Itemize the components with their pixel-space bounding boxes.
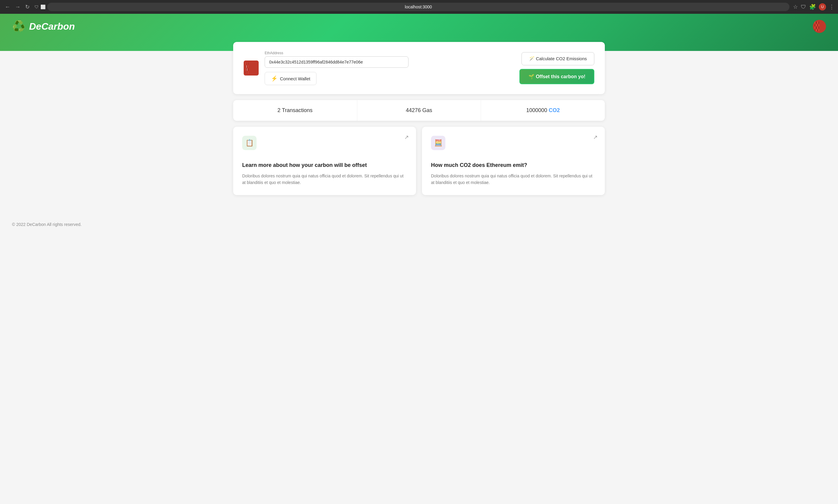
menu-icon[interactable]: ⋮ — [829, 4, 834, 10]
wallet-buttons-left: ⚡ Connect Wallet — [265, 72, 513, 85]
browser-actions: ☆ 🛡 🧩 U ⋮ — [793, 3, 834, 11]
calculate-co2-button[interactable]: 🪄 Calculate CO2 Emissions — [521, 52, 594, 65]
back-button[interactable]: ← — [4, 3, 12, 12]
info-card-ethereum: 🧮 ↗ How much CO2 does Ethereum emit? Dol… — [422, 127, 605, 195]
offset-card-desc: Doloribus dolores nostrum quia qui natus… — [242, 173, 407, 186]
stat-transactions: 2 Transactions — [233, 100, 357, 121]
main-content: EthAddress ⚡ Connect Wallet 🪄 Calculate … — [221, 42, 617, 216]
info-cards: 📋 ↗ Learn more about how your carbon wil… — [233, 127, 605, 195]
ethereum-card-link-icon[interactable]: ↗ — [593, 134, 598, 141]
co2-label: CO2 — [549, 107, 560, 113]
connect-wallet-label: Connect Wallet — [280, 76, 310, 81]
header-avatar — [813, 20, 826, 33]
offset-card-title: Learn more about how your carbon will be… — [242, 162, 407, 168]
logo: ♻️ DeCarbon — [12, 20, 75, 33]
tab-icon: ⬜ — [40, 4, 46, 9]
shield-icon: 🛡 — [34, 4, 39, 9]
info-card-offset: 📋 ↗ Learn more about how your carbon wil… — [233, 127, 416, 195]
wallet-address-group: EthAddress ⚡ Connect Wallet — [265, 51, 513, 85]
ethereum-card-desc: Doloribus dolores nostrum quia qui natus… — [431, 173, 596, 186]
offset-card-link-icon[interactable]: ↗ — [404, 134, 409, 141]
browser-navigation: ← → ↻ — [4, 2, 31, 12]
footer-text: © 2022 DeCarbon All rights reserved. — [12, 222, 82, 227]
eth-address-label: EthAddress — [265, 51, 513, 55]
connect-wallet-button[interactable]: ⚡ Connect Wallet — [265, 72, 317, 85]
shield-check-icon[interactable]: 🛡 — [801, 4, 806, 10]
app: ♻️ DeCarbon — [0, 14, 838, 504]
browser-chrome: ← → ↻ 🛡 ⬜ localhost:3000 ☆ 🛡 🧩 U ⋮ — [0, 0, 838, 14]
stat-gas: 44276 Gas — [357, 100, 481, 121]
ethereum-card-title: How much CO2 does Ethereum emit? — [431, 162, 596, 168]
forward-button[interactable]: → — [14, 3, 22, 12]
logo-text: DeCarbon — [29, 21, 75, 32]
offset-carbon-button[interactable]: 🌱 Offset this carbon yo! — [519, 69, 594, 84]
address-bar[interactable]: localhost:3000 — [47, 3, 789, 11]
footer: © 2022 DeCarbon All rights reserved. — [0, 216, 838, 233]
wallet-card: EthAddress ⚡ Connect Wallet 🪄 Calculate … — [233, 42, 605, 94]
stat-co2: 1000000 CO2 — [481, 100, 605, 121]
reload-button[interactable]: ↻ — [24, 2, 31, 12]
profile-icon[interactable]: U — [819, 3, 826, 11]
wallet-left: EthAddress ⚡ Connect Wallet — [244, 51, 513, 85]
stats-card: 2 Transactions 44276 Gas 1000000 CO2 — [233, 100, 605, 121]
bookmark-icon[interactable]: ☆ — [793, 4, 798, 10]
extensions-icon[interactable]: 🧩 — [809, 4, 816, 10]
wallet-row: EthAddress ⚡ Connect Wallet 🪄 Calculate … — [244, 51, 594, 85]
wallet-actions-right: 🪄 Calculate CO2 Emissions 🌱 Offset this … — [519, 52, 594, 84]
co2-amount: 1000000 — [526, 107, 547, 113]
logo-icon: ♻️ — [12, 20, 25, 33]
ethereum-card-icon: 🧮 — [431, 136, 445, 150]
eth-address-input[interactable] — [265, 56, 409, 68]
connect-wallet-icon: ⚡ — [271, 75, 278, 82]
wallet-avatar — [244, 60, 258, 75]
offset-card-icon: 📋 — [242, 136, 256, 150]
